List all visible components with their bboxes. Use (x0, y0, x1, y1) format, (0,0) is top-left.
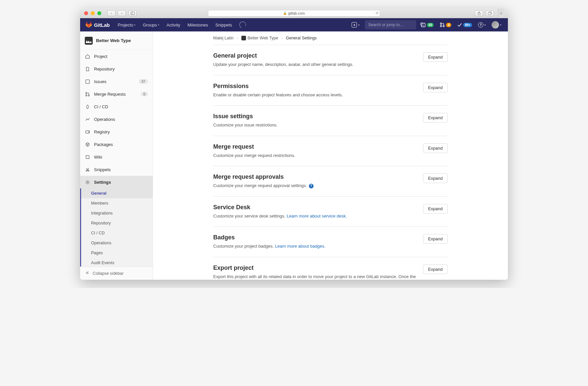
help-dropdown[interactable]: ?▾ (477, 22, 487, 27)
merge-request-icon (85, 91, 90, 97)
settings-sub-repository[interactable]: Repository (81, 218, 153, 228)
project-avatar-small (241, 36, 246, 40)
help-icon[interactable]: ? (309, 184, 314, 188)
section-desc: Customize your merge request restriction… (213, 152, 295, 159)
sidebar-item-packages[interactable]: Packages (80, 138, 153, 151)
search-input[interactable] (368, 23, 418, 27)
forward-button[interactable]: › (118, 10, 126, 16)
section-issue-settings: Issue settingsCustomize your issue restr… (213, 105, 448, 136)
sidebar-item-snippets[interactable]: Snippets (80, 163, 153, 176)
help-icon: ? (478, 22, 483, 27)
header-todos-link[interactable]: 99+ (456, 23, 473, 27)
section-title: Permissions (213, 83, 343, 90)
issues-icon (85, 79, 90, 84)
expand-issue-settings-button[interactable]: Expand (423, 113, 448, 122)
section-merge-request: Merge requestCustomize your merge reques… (213, 136, 448, 166)
expand-badges-button[interactable]: Expand (423, 234, 448, 244)
settings-sub-general[interactable]: General (81, 188, 153, 198)
collapse-sidebar-button[interactable]: Collapse sidebar (80, 266, 153, 280)
svg-point-12 (85, 95, 87, 96)
sidebar-item-wiki[interactable]: Wiki (80, 151, 153, 163)
package-icon (85, 142, 90, 147)
sidebar-item-repository[interactable]: Repository (80, 63, 153, 75)
nav-projects[interactable]: Projects▾ (116, 23, 138, 27)
settings-sub-integrations[interactable]: Integrations (81, 208, 153, 218)
sidebar-item-settings[interactable]: Settings (80, 176, 153, 188)
search-box[interactable] (365, 20, 416, 29)
collapse-icon (85, 270, 89, 276)
section-desc: Customize your project badges. Learn mor… (213, 243, 325, 250)
expand-permissions-button[interactable]: Expand (423, 83, 448, 92)
sidebar-item-project[interactable]: Project (80, 50, 153, 63)
chevron-down-icon: ▾ (500, 24, 501, 26)
user-menu[interactable]: ▾ (490, 21, 503, 28)
svg-rect-4 (488, 12, 491, 15)
sidebar-item-cicd[interactable]: CI / CD (80, 100, 153, 113)
sidebar-project-header[interactable]: Better Web Type (80, 31, 153, 50)
maximize-window-button[interactable] (97, 11, 101, 15)
svg-rect-0 (131, 12, 134, 15)
expand-mr-approvals-button[interactable]: Expand (423, 173, 448, 183)
settings-sub-audit-events[interactable]: Audit Events (81, 258, 153, 266)
breadcrumb-user[interactable]: Matej Latin (213, 36, 233, 40)
expand-general-button[interactable]: Expand (423, 52, 448, 62)
section-title: Merge request (213, 143, 295, 150)
breadcrumb-project[interactable]: Better Web Type (241, 36, 278, 40)
svg-rect-6 (421, 23, 425, 26)
tabs-button[interactable] (486, 10, 494, 16)
sidebar-item-merge-requests[interactable]: Merge Requests0 (80, 88, 153, 100)
user-avatar (492, 21, 499, 28)
project-avatar (85, 37, 93, 45)
new-dropdown[interactable]: +▾ (350, 22, 362, 27)
gitlab-logo[interactable]: GitLab (85, 22, 110, 28)
expand-service-desk-button[interactable]: Expand (423, 204, 448, 214)
nav-activity[interactable]: Activity (165, 23, 182, 27)
new-tab-button[interactable]: + (498, 9, 504, 18)
header-issues-link[interactable]: 60 (419, 23, 435, 27)
service-desk-learn-more-link[interactable]: Learn more about service desk. (287, 214, 347, 218)
settings-sub-pages[interactable]: Pages (81, 248, 153, 258)
mr-count-badge: 4 (446, 23, 451, 27)
badges-learn-more-link[interactable]: Learn more about badges. (275, 244, 325, 249)
issues-icon (421, 23, 426, 27)
section-title: Export project (213, 265, 416, 271)
merge-request-icon (440, 22, 445, 27)
header-mr-link[interactable]: 4 (438, 22, 453, 27)
rocket-icon (85, 104, 90, 109)
settings-submenu: General Members Integrations Repository … (80, 188, 153, 266)
back-button[interactable]: ‹ (107, 10, 116, 16)
titlebar: ‹ › 🔒 gitlab.com ⟳ + (80, 8, 508, 18)
nav-snippets[interactable]: Snippets (213, 23, 234, 27)
settings-sub-cicd[interactable]: CI / CD (81, 228, 153, 238)
section-permissions: PermissionsEnable or disable certain pro… (213, 75, 448, 106)
nav-performance[interactable] (237, 22, 248, 28)
expand-merge-request-button[interactable]: Expand (423, 143, 448, 153)
sidebar-item-issues[interactable]: Issues37 (80, 75, 153, 88)
nav-milestones[interactable]: Milestones (185, 23, 210, 27)
address-bar[interactable]: 🔒 gitlab.com ⟳ (208, 10, 380, 17)
reload-icon[interactable]: ⟳ (376, 11, 378, 15)
main-content: Matej Latin › Better Web Type › General … (153, 31, 508, 280)
chevron-down-icon: ▾ (484, 24, 486, 26)
svg-point-18 (87, 181, 88, 183)
settings-sub-members[interactable]: Members (81, 198, 153, 208)
tanuki-icon (85, 22, 92, 28)
issues-count: 37 (139, 79, 148, 84)
close-window-button[interactable] (84, 11, 88, 15)
sidebar-item-registry[interactable]: Registry (80, 125, 153, 138)
section-service-desk: Service DeskCustomize your service desk … (213, 196, 448, 227)
gitlab-header: GitLab Projects▾ Groups▾ Activity Milest… (80, 18, 508, 31)
sidebar-toggle-button[interactable] (128, 10, 137, 16)
plus-icon: + (352, 22, 357, 27)
settings-sub-operations[interactable]: Operations (81, 238, 153, 248)
sidebar-item-operations[interactable]: Operations (80, 113, 153, 125)
nav-groups[interactable]: Groups▾ (141, 23, 161, 27)
svg-point-15 (88, 131, 89, 132)
section-general-project: General projectUpdate your project name,… (213, 45, 448, 75)
minimize-window-button[interactable] (91, 11, 95, 15)
expand-export-button[interactable]: Expand (423, 265, 448, 274)
todos-count-badge: 99+ (463, 23, 472, 27)
share-button[interactable] (475, 10, 483, 16)
brand-text: GitLab (94, 22, 110, 28)
gauge-icon (238, 21, 247, 29)
